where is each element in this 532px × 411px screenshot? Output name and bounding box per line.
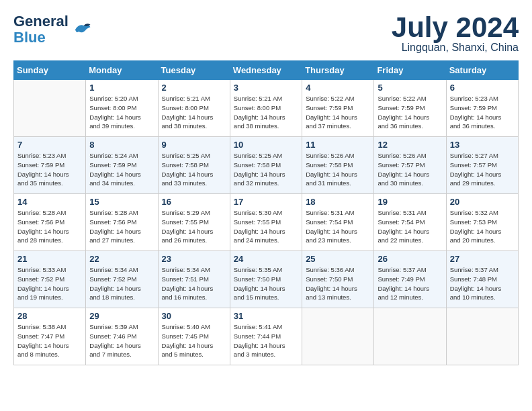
- calendar-cell: 17Sunrise: 5:30 AM Sunset: 7:55 PM Dayli…: [230, 194, 302, 251]
- calendar-cell: 21Sunrise: 5:33 AM Sunset: 7:52 PM Dayli…: [14, 251, 86, 308]
- day-info: Sunrise: 5:29 AM Sunset: 7:55 PM Dayligh…: [162, 208, 226, 245]
- calendar-cell: 25Sunrise: 5:36 AM Sunset: 7:50 PM Dayli…: [302, 251, 374, 308]
- calendar-day-header: Monday: [86, 61, 158, 80]
- calendar-cell: 24Sunrise: 5:35 AM Sunset: 7:50 PM Dayli…: [230, 251, 302, 308]
- calendar-cell: [302, 308, 374, 365]
- day-info: Sunrise: 5:20 AM Sunset: 8:00 PM Dayligh…: [89, 94, 154, 131]
- day-number: 12: [378, 140, 442, 150]
- day-info: Sunrise: 5:23 AM Sunset: 7:59 PM Dayligh…: [450, 94, 515, 131]
- calendar-week-row: 14Sunrise: 5:28 AM Sunset: 7:56 PM Dayli…: [14, 194, 519, 251]
- day-info: Sunrise: 5:25 AM Sunset: 7:58 PM Dayligh…: [162, 151, 226, 188]
- day-number: 19: [378, 197, 442, 207]
- day-number: 20: [450, 197, 515, 207]
- day-info: Sunrise: 5:23 AM Sunset: 7:59 PM Dayligh…: [17, 151, 82, 188]
- day-info: Sunrise: 5:39 AM Sunset: 7:46 PM Dayligh…: [89, 322, 154, 359]
- calendar-cell: 19Sunrise: 5:31 AM Sunset: 7:54 PM Dayli…: [374, 194, 446, 251]
- calendar-cell: 20Sunrise: 5:32 AM Sunset: 7:53 PM Dayli…: [446, 194, 518, 251]
- calendar-cell: 2Sunrise: 5:21 AM Sunset: 8:00 PM Daylig…: [158, 80, 230, 137]
- calendar-cell: 4Sunrise: 5:22 AM Sunset: 7:59 PM Daylig…: [302, 80, 374, 137]
- day-number: 4: [306, 83, 370, 93]
- calendar-cell: 12Sunrise: 5:26 AM Sunset: 7:57 PM Dayli…: [374, 137, 446, 194]
- calendar-cell: 30Sunrise: 5:40 AM Sunset: 7:45 PM Dayli…: [158, 308, 230, 365]
- day-number: 9: [162, 140, 226, 150]
- day-number: 1: [89, 83, 154, 93]
- day-number: 10: [234, 140, 298, 150]
- day-number: 5: [378, 83, 442, 93]
- calendar-cell: 6Sunrise: 5:23 AM Sunset: 7:59 PM Daylig…: [446, 80, 518, 137]
- day-info: Sunrise: 5:34 AM Sunset: 7:52 PM Dayligh…: [89, 265, 154, 302]
- calendar-table: SundayMondayTuesdayWednesdayThursdayFrid…: [13, 60, 519, 365]
- day-info: Sunrise: 5:38 AM Sunset: 7:47 PM Dayligh…: [17, 322, 82, 359]
- day-number: 15: [89, 197, 154, 207]
- calendar-week-row: 28Sunrise: 5:38 AM Sunset: 7:47 PM Dayli…: [14, 308, 519, 365]
- day-info: Sunrise: 5:37 AM Sunset: 7:49 PM Dayligh…: [378, 265, 442, 302]
- day-number: 21: [17, 254, 82, 264]
- day-info: Sunrise: 5:28 AM Sunset: 7:56 PM Dayligh…: [89, 208, 154, 245]
- day-info: Sunrise: 5:31 AM Sunset: 7:54 PM Dayligh…: [378, 208, 442, 245]
- day-info: Sunrise: 5:30 AM Sunset: 7:55 PM Dayligh…: [234, 208, 298, 245]
- day-number: 16: [162, 197, 226, 207]
- calendar-cell: 1Sunrise: 5:20 AM Sunset: 8:00 PM Daylig…: [86, 80, 158, 137]
- calendar-cell: 14Sunrise: 5:28 AM Sunset: 7:56 PM Dayli…: [14, 194, 86, 251]
- day-info: Sunrise: 5:28 AM Sunset: 7:56 PM Dayligh…: [17, 208, 82, 245]
- month-title: July 2024: [392, 13, 519, 42]
- calendar-day-header: Friday: [374, 61, 446, 80]
- calendar-day-header: Thursday: [302, 61, 374, 80]
- calendar-cell: 27Sunrise: 5:37 AM Sunset: 7:48 PM Dayli…: [446, 251, 518, 308]
- day-info: Sunrise: 5:31 AM Sunset: 7:54 PM Dayligh…: [306, 208, 370, 245]
- day-info: Sunrise: 5:33 AM Sunset: 7:52 PM Dayligh…: [17, 265, 82, 302]
- day-number: 24: [234, 254, 298, 264]
- calendar-cell: 9Sunrise: 5:25 AM Sunset: 7:58 PM Daylig…: [158, 137, 230, 194]
- day-info: Sunrise: 5:34 AM Sunset: 7:51 PM Dayligh…: [162, 265, 226, 302]
- day-info: Sunrise: 5:32 AM Sunset: 7:53 PM Dayligh…: [450, 208, 515, 245]
- day-number: 23: [162, 254, 226, 264]
- day-number: 13: [450, 140, 515, 150]
- day-number: 28: [17, 311, 82, 321]
- calendar-cell: 15Sunrise: 5:28 AM Sunset: 7:56 PM Dayli…: [86, 194, 158, 251]
- calendar-week-row: 1Sunrise: 5:20 AM Sunset: 8:00 PM Daylig…: [14, 80, 519, 137]
- day-info: Sunrise: 5:21 AM Sunset: 8:00 PM Dayligh…: [162, 94, 226, 131]
- calendar-cell: 28Sunrise: 5:38 AM Sunset: 7:47 PM Dayli…: [14, 308, 86, 365]
- day-info: Sunrise: 5:27 AM Sunset: 7:57 PM Dayligh…: [450, 151, 515, 188]
- calendar-day-header: Wednesday: [230, 61, 302, 80]
- day-info: Sunrise: 5:35 AM Sunset: 7:50 PM Dayligh…: [234, 265, 298, 302]
- logo-text: GeneralBlue: [13, 13, 69, 46]
- day-info: Sunrise: 5:21 AM Sunset: 8:00 PM Dayligh…: [234, 94, 298, 131]
- calendar-day-header: Sunday: [14, 61, 86, 80]
- location: Lingquan, Shanxi, China: [392, 42, 519, 54]
- day-number: 6: [450, 83, 515, 93]
- calendar-cell: 26Sunrise: 5:37 AM Sunset: 7:49 PM Dayli…: [374, 251, 446, 308]
- calendar-cell: 29Sunrise: 5:39 AM Sunset: 7:46 PM Dayli…: [86, 308, 158, 365]
- calendar-day-header: Tuesday: [158, 61, 230, 80]
- page-header: GeneralBlue July 2024 Lingquan, Shanxi, …: [13, 13, 519, 54]
- day-info: Sunrise: 5:26 AM Sunset: 7:57 PM Dayligh…: [378, 151, 442, 188]
- calendar-cell: 13Sunrise: 5:27 AM Sunset: 7:57 PM Dayli…: [446, 137, 518, 194]
- day-info: Sunrise: 5:36 AM Sunset: 7:50 PM Dayligh…: [306, 265, 370, 302]
- day-info: Sunrise: 5:22 AM Sunset: 7:59 PM Dayligh…: [378, 94, 442, 131]
- day-number: 17: [234, 197, 298, 207]
- calendar-cell: 16Sunrise: 5:29 AM Sunset: 7:55 PM Dayli…: [158, 194, 230, 251]
- day-number: 29: [89, 311, 154, 321]
- logo: GeneralBlue: [13, 13, 91, 46]
- day-number: 30: [162, 311, 226, 321]
- calendar-header-row: SundayMondayTuesdayWednesdayThursdayFrid…: [14, 61, 519, 80]
- title-block: July 2024 Lingquan, Shanxi, China: [392, 13, 519, 54]
- day-number: 2: [162, 83, 226, 93]
- day-info: Sunrise: 5:22 AM Sunset: 7:59 PM Dayligh…: [306, 94, 370, 131]
- calendar-week-row: 7Sunrise: 5:23 AM Sunset: 7:59 PM Daylig…: [14, 137, 519, 194]
- day-number: 8: [89, 140, 154, 150]
- calendar-cell: 8Sunrise: 5:24 AM Sunset: 7:59 PM Daylig…: [86, 137, 158, 194]
- calendar-week-row: 21Sunrise: 5:33 AM Sunset: 7:52 PM Dayli…: [14, 251, 519, 308]
- calendar-cell: 7Sunrise: 5:23 AM Sunset: 7:59 PM Daylig…: [14, 137, 86, 194]
- calendar-day-header: Saturday: [446, 61, 518, 80]
- day-info: Sunrise: 5:40 AM Sunset: 7:45 PM Dayligh…: [162, 322, 226, 359]
- calendar-cell: 11Sunrise: 5:26 AM Sunset: 7:58 PM Dayli…: [302, 137, 374, 194]
- logo-bird-icon: [71, 19, 91, 40]
- day-number: 31: [234, 311, 298, 321]
- day-info: Sunrise: 5:25 AM Sunset: 7:58 PM Dayligh…: [234, 151, 298, 188]
- day-number: 25: [306, 254, 370, 264]
- calendar-cell: 10Sunrise: 5:25 AM Sunset: 7:58 PM Dayli…: [230, 137, 302, 194]
- calendar-cell: [446, 308, 518, 365]
- day-info: Sunrise: 5:24 AM Sunset: 7:59 PM Dayligh…: [89, 151, 154, 188]
- calendar-cell: 18Sunrise: 5:31 AM Sunset: 7:54 PM Dayli…: [302, 194, 374, 251]
